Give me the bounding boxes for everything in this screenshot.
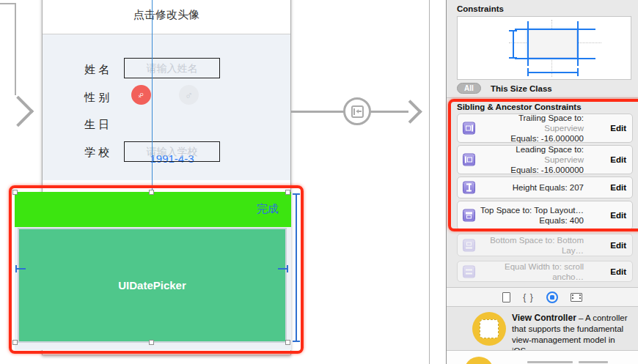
sibling-constraints-title: Sibling & Ancestor Constraints: [457, 103, 582, 111]
size-class-label: This Size Class: [491, 84, 552, 93]
gender-label: 性 别: [84, 91, 109, 105]
trailing-space-icon: [463, 122, 475, 135]
constraint-row-bottom-space[interactable]: Bottom Space to: Bottom Lay… Edit: [457, 234, 633, 256]
center-alignment-guide: [152, 0, 153, 193]
equal-width-icon: [463, 265, 475, 278]
media-library-icon[interactable]: [571, 293, 582, 302]
storyboard-canvas[interactable]: 点击修改头像 姓 名 性 别 ♀ ♂ 生 日 1991-4-3 学 校 完成 U…: [0, 0, 430, 364]
selection-handle-bottom-center[interactable]: [149, 340, 154, 345]
edit-button[interactable]: Edit: [610, 124, 626, 133]
size-inspector-panel: Constraints All This Size Class Sibling …: [446, 0, 638, 364]
male-gender-button[interactable]: ♂: [179, 85, 199, 105]
segue-arrowhead-icon: [398, 100, 422, 124]
male-icon: ♂: [185, 89, 193, 101]
xcode-interface-builder: 点击修改头像 姓 名 性 别 ♀ ♂ 生 日 1991-4-3 学 校 完成 U…: [0, 0, 638, 364]
constraint-row-height[interactable]: Height Equals: 207 Edit: [457, 177, 633, 198]
top-space-icon: [463, 209, 475, 222]
library-item-view-controller[interactable]: View Controller – A controller that supp…: [447, 307, 638, 350]
library-toolbar: { }: [447, 288, 638, 306]
incoming-segue-line: [15, 3, 16, 95]
constraint-label: Leading Space to:: [516, 145, 584, 154]
picker-toolbar[interactable]: 完成: [15, 192, 291, 227]
diagram-right-edge: [577, 21, 579, 66]
file-template-library-icon[interactable]: [502, 292, 510, 302]
name-input[interactable]: [124, 58, 220, 78]
leading-space-icon: [463, 154, 475, 166]
constraint-label: Bottom Space to:: [490, 236, 554, 245]
height-constraint-line: [296, 193, 297, 341]
height-constraint-cap-top: [293, 193, 300, 195]
constraint-detail: Equals: -16.000000: [480, 133, 584, 144]
selection-handle-top-left[interactable]: [12, 190, 18, 195]
constraint-row-leading[interactable]: Leading Space to: Superview Equals: -16.…: [457, 145, 633, 174]
height-constraint-icon: [463, 182, 475, 194]
diagram-height-cap-top: [509, 30, 517, 31]
size-class-row: All This Size Class: [457, 82, 552, 94]
library-item-partial-text: [579, 361, 608, 363]
constraint-label: Top Space to:: [480, 206, 532, 215]
constraint-value: Bottom Lay…: [557, 236, 584, 255]
height-constraint-cap-bottom: [293, 341, 300, 342]
uidatepicker-label: UIDatePicker: [118, 279, 186, 291]
diagram-height-cap-bottom: [509, 57, 517, 59]
female-icon: ♀: [134, 88, 149, 103]
view-controller-icon: [472, 312, 506, 346]
incoming-segue-arrow-icon[interactable]: [3, 96, 34, 127]
constraint-detail: Equals: -16.000000: [480, 165, 584, 175]
edit-button[interactable]: Edit: [610, 155, 626, 164]
code-snippet-library-icon[interactable]: { }: [523, 292, 533, 302]
library-item-partial-icon: [464, 357, 494, 364]
school-label: 学 校: [84, 146, 109, 160]
diagram-width-ibeam: [527, 72, 578, 73]
constraint-row-equal-width[interactable]: Equal Width to: scroll ancho… Edit: [457, 261, 633, 282]
object-library-icon[interactable]: [546, 291, 558, 303]
constraint-row-top-space[interactable]: Top Space to: Top Layout… Equals: 400 Ed…: [457, 201, 633, 230]
library-item-partial[interactable]: [447, 351, 638, 364]
segue-icon[interactable]: [343, 97, 371, 125]
constraint-label: Height Equals:: [513, 183, 568, 192]
constraint-value: Superview: [544, 155, 584, 164]
constraint-row-trailing[interactable]: Trailing Space to: Superview Equals: -16…: [457, 114, 633, 143]
leading-constraint-indicator: [15, 268, 26, 270]
library-item-partial-text: [527, 361, 573, 363]
female-gender-button[interactable]: ♀: [131, 85, 151, 105]
name-label: 姓 名: [84, 63, 109, 77]
constraint-value: 207: [570, 183, 584, 192]
leading-constraint-cap: [15, 265, 17, 272]
selection-handle-bottom-left[interactable]: [12, 340, 18, 345]
library-item-title: View Controller: [512, 313, 576, 323]
diagram-width-cap-left: [527, 68, 529, 76]
bottom-space-icon: [463, 239, 475, 251]
offscreen-view-edge-top: [0, 3, 15, 4]
datepicker-container-view[interactable]: 完成 UIDatePicker: [15, 192, 291, 350]
selection-handle-top-center[interactable]: [149, 190, 154, 195]
constraint-detail: Equals: 400: [480, 215, 584, 226]
constraint-value: Top Layout…: [534, 206, 584, 215]
trailing-constraint-cap: [287, 265, 288, 272]
diagram-left-edge: [527, 21, 529, 66]
diagram-width-cap-right: [577, 68, 579, 76]
diagram-view-rect: [527, 29, 577, 58]
edit-button[interactable]: Edit: [610, 267, 626, 276]
school-input[interactable]: [124, 141, 220, 162]
edit-button[interactable]: Edit: [610, 241, 626, 250]
constraint-label: Equal Width to:: [505, 262, 562, 271]
selection-handle-bottom-right[interactable]: [285, 340, 290, 345]
selection-handle-top-right[interactable]: [285, 190, 290, 195]
profile-form-area[interactable]: 姓 名 性 别 ♀ ♂ 生 日 1991-4-3 学 校: [43, 34, 290, 180]
diagram-height-ibeam: [513, 30, 514, 58]
size-class-all-pill[interactable]: All: [457, 83, 481, 94]
edit-button[interactable]: Edit: [610, 183, 626, 192]
birthday-label: 生 日: [84, 118, 109, 132]
edit-button[interactable]: Edit: [610, 211, 626, 220]
constraint-value: Superview: [544, 124, 584, 133]
constraints-section-title: Constraints: [457, 4, 504, 13]
uidatepicker[interactable]: UIDatePicker: [18, 228, 287, 343]
avatar-hint-label[interactable]: 点击修改头像: [43, 8, 290, 22]
constraints-diagram: [457, 16, 631, 80]
section-divider: [447, 97, 638, 98]
constraint-label: Trailing Space to:: [518, 114, 584, 122]
done-button[interactable]: 完成: [257, 202, 279, 216]
